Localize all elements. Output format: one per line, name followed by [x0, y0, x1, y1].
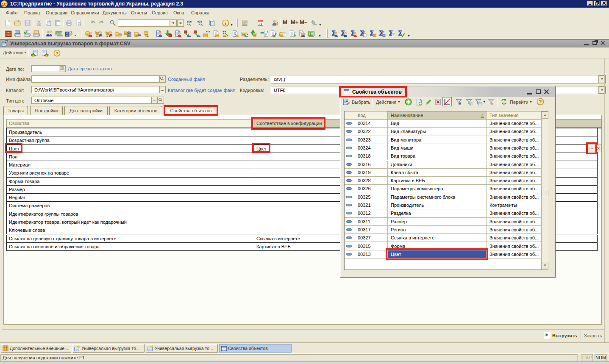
svg-text:1C: 1C [2, 2, 7, 6]
svg-text:¢: ¢ [147, 34, 148, 37]
svg-text:%: % [294, 33, 296, 37]
svg-text:i: i [225, 21, 226, 26]
svg-text:?: ? [56, 51, 58, 56]
svg-text:$: $ [58, 32, 60, 35]
svg-text:31: 31 [259, 22, 262, 26]
svg-text:?: ? [539, 99, 542, 104]
